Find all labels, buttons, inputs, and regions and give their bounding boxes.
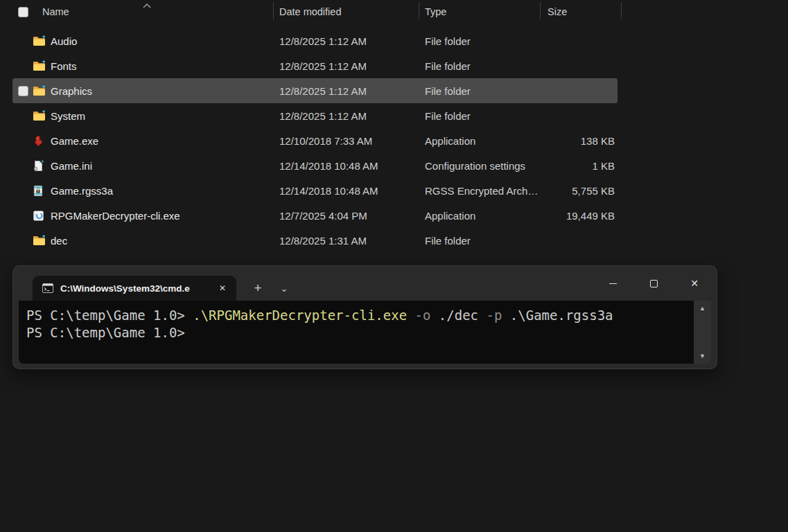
file-name: Fonts bbox=[51, 60, 77, 72]
close-button[interactable]: ✕ bbox=[678, 274, 710, 293]
file-row[interactable]: RPGMakerDecrypter-cli.exe12/7/2025 4:04 … bbox=[12, 203, 618, 228]
file-name-cell: Game.rgss3a bbox=[12, 185, 273, 197]
file-name: Graphics bbox=[51, 85, 92, 97]
encrypted-archive-icon bbox=[33, 185, 46, 197]
column-header-size[interactable]: Size bbox=[540, 6, 616, 17]
terminal-text-segment: .\RPGMakerDecrypter-cli.exe bbox=[193, 308, 407, 323]
scroll-up-icon[interactable]: ▲ bbox=[694, 304, 711, 312]
terminal-content: PS C:\temp\Game 1.0> .\RPGMakerDecrypter… bbox=[19, 301, 711, 364]
column-resize-handle[interactable] bbox=[273, 2, 274, 19]
terminal-text-segment: -o bbox=[415, 308, 431, 323]
file-name-cell: System bbox=[12, 110, 273, 122]
file-name: System bbox=[51, 110, 85, 122]
row-checkbox-slot bbox=[18, 36, 28, 46]
file-date: 12/8/2025 1:12 AM bbox=[273, 85, 419, 97]
minimize-button[interactable] bbox=[597, 274, 629, 293]
folder-icon bbox=[33, 35, 46, 47]
cmd-icon bbox=[42, 283, 53, 293]
row-checkbox-slot bbox=[18, 61, 28, 71]
row-checkbox-slot bbox=[18, 161, 28, 171]
file-row[interactable]: Game.ini12/14/2018 10:48 AMConfiguration… bbox=[12, 153, 618, 178]
file-name-cell: Game.ini bbox=[12, 160, 273, 172]
file-name-cell: Graphics bbox=[12, 85, 273, 97]
file-row[interactable]: Fonts12/8/2025 1:12 AMFile folder bbox=[12, 53, 618, 78]
terminal-tab-cmd[interactable]: C:\Windows\System32\cmd.e ✕ bbox=[33, 276, 236, 301]
file-size: 5,755 KB bbox=[540, 185, 616, 197]
file-name: RPGMakerDecrypter-cli.exe bbox=[51, 210, 180, 222]
file-date: 12/8/2025 1:31 AM bbox=[273, 235, 419, 247]
file-type: Application bbox=[419, 135, 540, 147]
file-date: 12/8/2025 1:12 AM bbox=[273, 60, 419, 72]
maximize-button[interactable] bbox=[638, 274, 669, 293]
file-type: File folder bbox=[419, 85, 540, 97]
select-all-checkbox[interactable] bbox=[18, 7, 28, 17]
terminal-text-segment: -p bbox=[487, 308, 502, 323]
terminal-text-segment: PS C:\temp\Game 1.0> bbox=[26, 308, 193, 323]
file-size: 138 KB bbox=[540, 135, 616, 147]
tab-close-icon[interactable]: ✕ bbox=[214, 280, 231, 296]
file-row[interactable]: Game.rgss3a12/14/2018 10:48 AMRGSS Encry… bbox=[12, 178, 618, 203]
new-tab-button[interactable]: + bbox=[249, 279, 267, 297]
file-date: 12/10/2018 7:33 AM bbox=[273, 135, 419, 147]
file-size: 19,449 KB bbox=[540, 210, 616, 222]
file-row[interactable]: Audio12/8/2025 1:12 AMFile folder bbox=[12, 28, 618, 53]
window-controls: ✕ bbox=[597, 274, 710, 293]
folder-icon bbox=[33, 60, 46, 72]
column-header-row: Name Date modified Type Size bbox=[12, 3, 616, 21]
file-name: Game.ini bbox=[51, 160, 92, 172]
ini-file-icon bbox=[33, 160, 46, 172]
minimize-icon bbox=[609, 283, 617, 284]
close-icon: ✕ bbox=[690, 278, 699, 288]
maximize-icon bbox=[650, 280, 658, 287]
terminal-text-segment: ./dec bbox=[430, 308, 486, 323]
tab-dropdown-button[interactable]: ⌄ bbox=[275, 279, 293, 297]
row-checkbox-slot bbox=[18, 111, 28, 121]
column-resize-handle[interactable] bbox=[419, 2, 419, 19]
sort-ascending-icon bbox=[142, 0, 152, 11]
row-checkbox[interactable] bbox=[18, 86, 28, 96]
file-list: Audio12/8/2025 1:12 AMFile folder Fonts1… bbox=[12, 28, 618, 253]
row-checkbox-slot bbox=[18, 211, 28, 221]
file-name-cell: Audio bbox=[12, 35, 273, 47]
file-type: File folder bbox=[419, 235, 540, 247]
file-name-cell: RPGMakerDecrypter-cli.exe bbox=[12, 210, 273, 222]
file-type: File folder bbox=[419, 60, 540, 72]
folder-icon bbox=[33, 235, 46, 247]
file-row[interactable]: dec12/8/2025 1:31 AMFile folder bbox=[12, 228, 618, 253]
column-resize-handle[interactable] bbox=[540, 2, 541, 19]
terminal-titlebar[interactable]: C:\Windows\System32\cmd.e ✕ + ⌄ ✕ bbox=[13, 266, 717, 301]
column-header-date-modified[interactable]: Date modified bbox=[273, 6, 419, 17]
file-name: Game.exe bbox=[51, 135, 98, 147]
terminal-window: C:\Windows\System32\cmd.e ✕ + ⌄ ✕ PS C:\… bbox=[12, 265, 717, 369]
file-name-cell: Game.exe bbox=[12, 135, 273, 147]
file-row[interactable]: Graphics12/8/2025 1:12 AMFile folder bbox=[12, 78, 618, 103]
scroll-down-icon[interactable]: ▼ bbox=[694, 352, 711, 360]
terminal-text-segment: PS C:\temp\Game 1.0> bbox=[26, 325, 185, 340]
file-name-cell: dec bbox=[12, 235, 273, 247]
terminal-line: PS C:\temp\Game 1.0> .\RPGMakerDecrypter… bbox=[26, 307, 694, 324]
file-explorer-list: Name Date modified Type Size Audio12/8/2… bbox=[0, 0, 788, 262]
column-header-type[interactable]: Type bbox=[419, 6, 540, 17]
column-resize-handle[interactable] bbox=[621, 2, 622, 19]
file-date: 12/14/2018 10:48 AM bbox=[273, 185, 419, 197]
file-name-cell: Fonts bbox=[12, 60, 273, 72]
decrypter-app-icon bbox=[33, 210, 46, 222]
folder-icon bbox=[33, 110, 46, 122]
file-size: 1 KB bbox=[540, 160, 616, 172]
file-type: Configuration settings bbox=[419, 160, 540, 172]
terminal-text-segment bbox=[407, 308, 414, 323]
file-type: Application bbox=[419, 210, 540, 222]
tab-title: C:\Windows\System32\cmd.e bbox=[60, 283, 214, 294]
terminal-screen[interactable]: PS C:\temp\Game 1.0> .\RPGMakerDecrypter… bbox=[19, 301, 694, 364]
row-checkbox-slot bbox=[18, 236, 28, 246]
row-checkbox-slot bbox=[18, 186, 28, 196]
file-date: 12/8/2025 1:12 AM bbox=[273, 35, 419, 47]
file-date: 12/14/2018 10:48 AM bbox=[273, 160, 419, 172]
file-date: 12/8/2025 1:12 AM bbox=[273, 110, 419, 122]
file-name: Game.rgss3a bbox=[51, 185, 113, 197]
file-row[interactable]: System12/8/2025 1:12 AMFile folder bbox=[12, 103, 618, 128]
file-type: File folder bbox=[419, 35, 540, 47]
file-row[interactable]: Game.exe12/10/2018 7:33 AMApplication138… bbox=[12, 128, 618, 153]
terminal-scrollbar[interactable]: ▲ ▼ bbox=[694, 301, 711, 364]
column-header-name-label: Name bbox=[42, 6, 69, 17]
